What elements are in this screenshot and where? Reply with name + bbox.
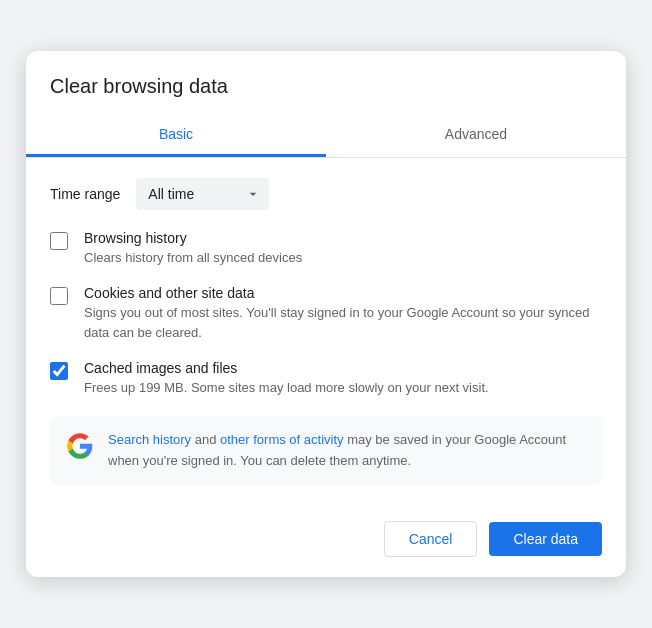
cached-desc: Frees up 199 MB. Some sites may load mor… — [84, 378, 489, 398]
browsing-history-checkbox[interactable] — [50, 232, 68, 250]
cached-title: Cached images and files — [84, 360, 489, 376]
other-forms-link[interactable]: other forms of activity — [220, 432, 344, 447]
info-middle-text: and — [191, 432, 220, 447]
cookies-title: Cookies and other site data — [84, 285, 602, 301]
cached-checkbox-wrap[interactable] — [50, 362, 68, 384]
browsing-history-title: Browsing history — [84, 230, 302, 246]
browsing-history-checkbox-wrap[interactable] — [50, 232, 68, 254]
tabs-bar: Basic Advanced — [26, 114, 626, 158]
time-range-select[interactable]: All time Last hour Last 24 hours Last 7 … — [136, 178, 269, 210]
tab-advanced[interactable]: Advanced — [326, 114, 626, 157]
time-range-row: Time range All time Last hour Last 24 ho… — [50, 178, 602, 210]
cookies-checkbox-wrap[interactable] — [50, 287, 68, 309]
cookies-checkbox[interactable] — [50, 287, 68, 305]
cookies-text: Cookies and other site data Signs you ou… — [84, 285, 602, 342]
tab-basic[interactable]: Basic — [26, 114, 326, 157]
search-history-link[interactable]: Search history — [108, 432, 191, 447]
cached-text: Cached images and files Frees up 199 MB.… — [84, 360, 489, 398]
google-g-icon — [66, 432, 94, 460]
dialog-footer: Cancel Clear data — [26, 505, 626, 577]
clear-data-button[interactable]: Clear data — [489, 522, 602, 556]
cookies-desc: Signs you out of most sites. You'll stay… — [84, 303, 602, 342]
clear-browsing-data-dialog: Clear browsing data Basic Advanced Time … — [26, 51, 626, 578]
browsing-history-text: Browsing history Clears history from all… — [84, 230, 302, 268]
cookies-item: Cookies and other site data Signs you ou… — [50, 285, 602, 342]
cached-checkbox[interactable] — [50, 362, 68, 380]
cancel-button[interactable]: Cancel — [384, 521, 478, 557]
dialog-content: Time range All time Last hour Last 24 ho… — [26, 158, 626, 486]
cached-item: Cached images and files Frees up 199 MB.… — [50, 360, 602, 398]
info-box: Search history and other forms of activi… — [50, 416, 602, 486]
browsing-history-item: Browsing history Clears history from all… — [50, 230, 602, 268]
dialog-title: Clear browsing data — [26, 75, 626, 114]
browsing-history-desc: Clears history from all synced devices — [84, 248, 302, 268]
info-text: Search history and other forms of activi… — [108, 430, 586, 472]
time-range-label: Time range — [50, 186, 120, 202]
